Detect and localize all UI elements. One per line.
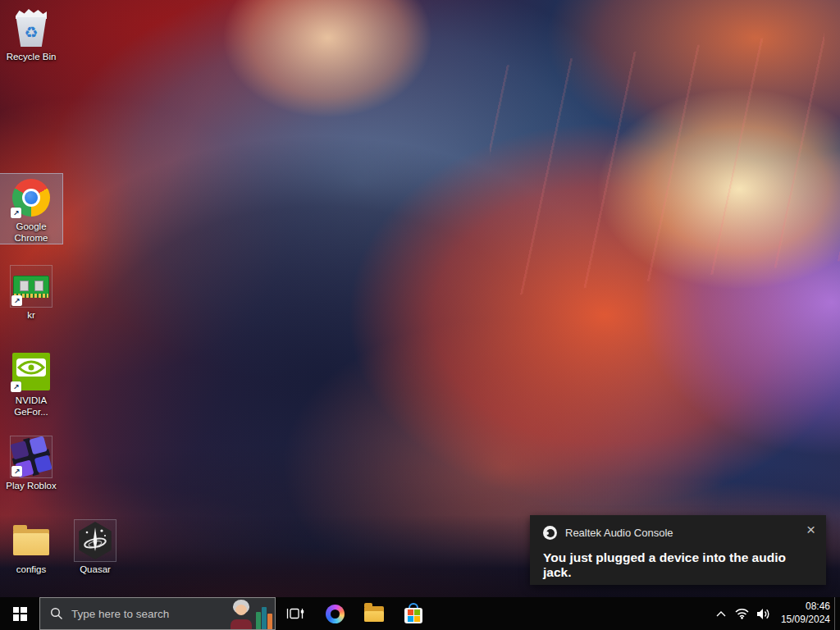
quasar-hexagon (76, 522, 114, 559)
taskbar-clock[interactable]: 08:46 15/09/2024 (774, 600, 834, 626)
roblox-icon: ↗ (10, 436, 52, 478)
shortcut-arrow-icon: ↗ (11, 381, 21, 392)
network-button[interactable] (732, 597, 753, 630)
hidden-icons-button[interactable] (710, 597, 732, 630)
speaker-icon (756, 608, 770, 620)
shortcut-arrow-icon: ↗ (11, 466, 22, 477)
desktop-icon-quasar[interactable]: Quasar (64, 517, 126, 575)
toast-message: You just plugged a device into the audio… (530, 540, 826, 580)
grandma-illustration (228, 600, 254, 629)
ms-logo-quad (408, 616, 413, 622)
ram-chip (20, 281, 29, 291)
volume-button[interactable] (753, 597, 774, 630)
store-bag (404, 608, 422, 623)
ms-logo-quad (408, 609, 413, 615)
ms-logo-quad (414, 616, 420, 622)
windows-logo-icon (13, 607, 27, 621)
nvidia-eye-icon (16, 358, 46, 377)
explorer-folder-front (364, 611, 384, 622)
windows-logo-quad (21, 607, 27, 614)
show-desktop-button[interactable] (834, 597, 840, 630)
icon-label-chrome: Chrome (15, 232, 48, 244)
toast-app-name: Realtek Audio Console (565, 527, 673, 539)
grandma-face (235, 605, 247, 615)
quasar-galaxy-icon (76, 522, 114, 559)
desktop-icon-nvidia-geforce[interactable]: ↗ NVIDIA GeFor... (0, 348, 62, 418)
nvidia-eye-box (16, 358, 46, 377)
realtek-audio-icon (543, 526, 557, 540)
shortcut-arrow-icon: ↗ (11, 295, 22, 306)
folder-front (13, 533, 49, 555)
system-tray: 08:46 15/09/2024 (710, 597, 840, 630)
desktop-icon-play-roblox[interactable]: ↗ Play Roblox (0, 433, 62, 491)
file-explorer-icon (364, 606, 384, 622)
desktop-icon-google-chrome[interactable]: ↗ Google Chrome (0, 174, 62, 244)
search-input[interactable] (63, 608, 228, 620)
search-icon (50, 607, 63, 620)
recycle-bin-icon: ♻ (10, 7, 52, 49)
windows-logo-quad (21, 614, 27, 621)
chrome-core (25, 191, 38, 204)
wallpaper-streaks (482, 32, 840, 296)
chrome-icon: ↗ (10, 176, 52, 219)
ram-chip (34, 281, 43, 291)
quasar-icon (74, 519, 116, 562)
start-button[interactable] (0, 597, 39, 630)
book (262, 607, 267, 629)
icon-label-quasar: Quasar (80, 564, 111, 575)
copilot-icon (326, 605, 345, 623)
windows-logo-quad (13, 614, 20, 621)
nvidia-icon: ↗ (10, 350, 52, 393)
microsoft-store-button[interactable] (394, 597, 433, 630)
shortcut-arrow-icon: ↗ (11, 208, 21, 218)
ram-stick (13, 276, 49, 298)
search-highlight-image[interactable] (228, 598, 275, 629)
icon-label-gefor: GeFor... (14, 406, 48, 418)
task-view-button[interactable] (276, 597, 315, 630)
taskbar: 08:46 15/09/2024 (0, 597, 840, 630)
books-illustration (256, 605, 272, 629)
copilot-icon-hole (331, 609, 340, 619)
realtek-icon-dot (546, 532, 549, 535)
wifi-icon (735, 608, 749, 619)
book (267, 614, 272, 629)
chevron-up-icon (716, 611, 726, 617)
icon-label-google: Google (16, 221, 46, 232)
recycle-bin-art: ♻ (15, 9, 48, 47)
desktop-icon-recycle-bin[interactable]: ♻ Recycle Bin (0, 4, 62, 62)
grandma-body (231, 619, 252, 629)
clock-date: 15/09/2024 (781, 614, 830, 627)
desktop-icon-kr[interactable]: ↗ kr (0, 262, 62, 321)
windows-logo-quad (13, 607, 20, 614)
notification-toast[interactable]: Realtek Audio Console × You just plugged… (530, 515, 826, 585)
ms-logo-quad (414, 609, 420, 615)
recycle-bin-body: ♻ (15, 17, 48, 47)
folder-art (13, 526, 49, 555)
taskbar-search[interactable] (39, 597, 276, 630)
clock-time: 08:46 (781, 600, 830, 614)
desktop: ♻ Recycle Bin ↗ Google Chrome ↗ kr (0, 0, 840, 630)
icon-label-play-roblox: Play Roblox (6, 480, 56, 491)
folder-icon (10, 519, 52, 562)
icon-label-recycle-bin: Recycle Bin (7, 51, 57, 62)
book (256, 612, 261, 629)
ram-icon: ↗ (10, 265, 52, 308)
recycle-symbol-icon: ♻ (24, 23, 38, 41)
icon-label-kr: kr (27, 309, 35, 321)
toast-header: Realtek Audio Console (530, 515, 826, 540)
icon-label-configs: configs (16, 564, 46, 575)
copilot-button[interactable] (315, 597, 354, 630)
close-icon[interactable]: × (806, 522, 815, 537)
file-explorer-button[interactable] (354, 597, 394, 630)
microsoft-store-icon (404, 608, 422, 623)
task-view-icon (286, 606, 304, 621)
desktop-icon-configs[interactable]: configs (0, 517, 62, 575)
icon-label-nvidia: NVIDIA (16, 395, 47, 406)
roblox-tile (34, 454, 52, 473)
